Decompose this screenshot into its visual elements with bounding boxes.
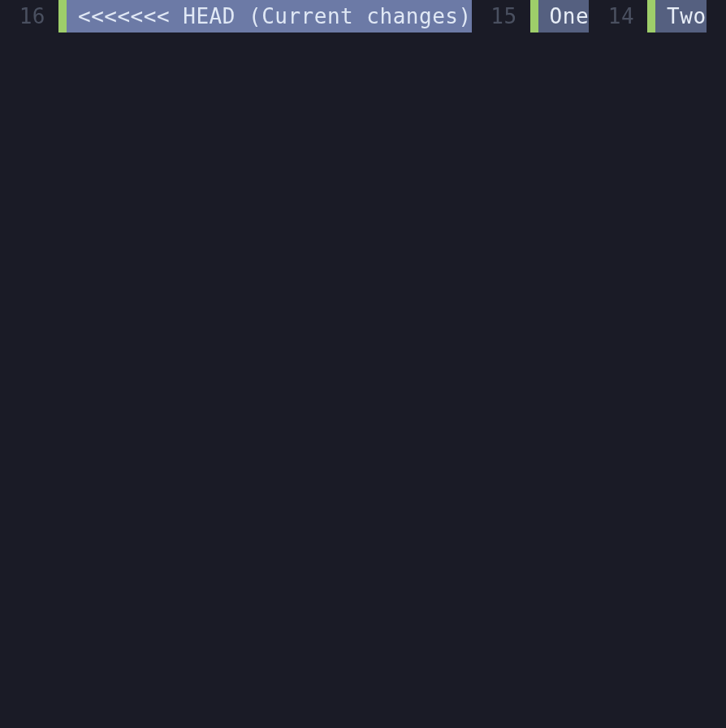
line-number: 13 bbox=[707, 0, 726, 32]
code-editor[interactable]: 16<<<<<<< HEAD (Current changes)15One14T… bbox=[0, 0, 726, 728]
code-content[interactable]: One bbox=[538, 0, 589, 32]
change-bar bbox=[58, 0, 67, 32]
code-content[interactable]: <<<<<<< HEAD (Current changes) bbox=[67, 0, 472, 32]
code-line[interactable]: 13Three bbox=[707, 0, 726, 32]
change-bar bbox=[647, 0, 655, 32]
line-number: 15 bbox=[472, 0, 530, 32]
code-line[interactable]: 15One bbox=[472, 0, 589, 32]
line-number: 14 bbox=[589, 0, 647, 32]
code-content[interactable]: Two bbox=[655, 0, 706, 32]
code-line[interactable]: 16<<<<<<< HEAD (Current changes) bbox=[0, 0, 472, 32]
line-number: 16 bbox=[0, 0, 58, 32]
code-line[interactable]: 14Two bbox=[589, 0, 706, 32]
change-bar bbox=[530, 0, 538, 32]
